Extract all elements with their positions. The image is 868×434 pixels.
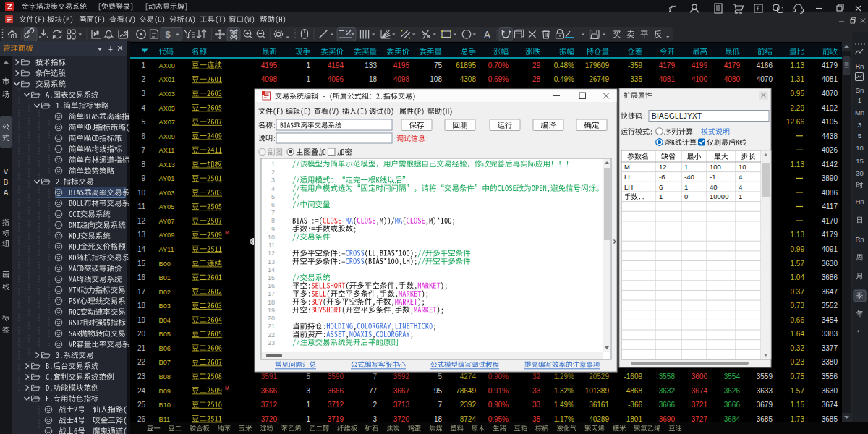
svg-text:30: 30 <box>856 169 864 177</box>
svg-text:0.90%: 0.90% <box>488 373 509 380</box>
svg-text:19: 19 <box>137 316 146 324</box>
svg-text:B09: B09 <box>159 388 171 395</box>
svg-text:Hn: Hn <box>855 197 864 205</box>
svg-text:40289: 40289 <box>589 415 609 423</box>
svg-text:29: 29 <box>532 61 541 69</box>
svg-text:18: 18 <box>137 302 146 310</box>
svg-text:B02: B02 <box>159 289 171 296</box>
svg-text:4: 4 <box>141 104 145 112</box>
svg-text:33: 33 <box>532 401 541 409</box>
svg-text:18: 18 <box>369 75 378 83</box>
svg-text:1: 1 <box>684 163 688 171</box>
svg-text:1.13: 1.13 <box>791 61 805 69</box>
svg-text:22: 22 <box>268 331 275 339</box>
svg-text:8: 8 <box>271 217 275 224</box>
svg-text:14: 14 <box>268 266 275 273</box>
svg-text:75: 75 <box>434 61 443 69</box>
svg-text:B01: B01 <box>159 274 171 281</box>
svg-text:B06: B06 <box>159 345 171 352</box>
svg-text:3: 3 <box>858 121 861 129</box>
svg-text:21: 21 <box>137 344 146 352</box>
svg-text:5: 5 <box>438 373 442 380</box>
svg-text:1.04: 1.04 <box>791 273 805 281</box>
svg-text:3552: 3552 <box>822 302 838 310</box>
svg-text:1.13: 1.13 <box>791 161 805 169</box>
svg-text:3712: 3712 <box>261 401 278 409</box>
svg-text:5: 5 <box>858 132 861 140</box>
svg-text:-40: -40 <box>684 173 694 181</box>
svg-text:5: 5 <box>141 118 145 126</box>
svg-text:15: 15 <box>268 274 275 281</box>
svg-text:3666: 3666 <box>328 387 344 395</box>
svg-text:3721: 3721 <box>692 401 708 409</box>
svg-text:4091: 4091 <box>822 245 838 253</box>
svg-text:3712: 3712 <box>328 401 344 409</box>
svg-text:4081: 4081 <box>822 75 838 83</box>
svg-text:3685: 3685 <box>757 415 773 423</box>
svg-text:0.95: 0.95 <box>791 90 805 98</box>
svg-text:12: 12 <box>137 217 146 225</box>
svg-text:3630: 3630 <box>822 387 838 395</box>
svg-text:0.32: 0.32 <box>791 344 805 352</box>
svg-text:B08: B08 <box>159 373 171 380</box>
svg-text:3383: 3383 <box>822 330 838 338</box>
svg-text:B10: B10 <box>159 401 171 409</box>
svg-text:0.70%: 0.70% <box>488 61 509 69</box>
svg-text:AX05: AX05 <box>159 105 175 112</box>
svg-text:3679: 3679 <box>757 401 773 409</box>
svg-text:9: 9 <box>271 226 275 233</box>
svg-text:33: 33 <box>532 387 541 395</box>
svg-text:28: 28 <box>532 75 541 83</box>
svg-text:-6: -6 <box>659 173 665 181</box>
svg-text:12.66: 12.66 <box>786 118 804 126</box>
svg-text:13: 13 <box>268 258 275 265</box>
svg-text:1.64: 1.64 <box>791 330 805 338</box>
svg-text:3685: 3685 <box>822 415 838 423</box>
svg-text:5: 5 <box>271 193 275 200</box>
svg-text:AX13: AX13 <box>159 161 175 169</box>
svg-text:13: 13 <box>137 231 146 239</box>
svg-text:$: $ <box>165 29 171 40</box>
svg-text:100: 100 <box>710 163 721 171</box>
svg-text:M: M <box>225 230 229 235</box>
svg-text:1: 1 <box>271 161 275 168</box>
svg-text:3377: 3377 <box>822 344 838 352</box>
svg-text:3667: 3667 <box>393 387 410 395</box>
svg-text:20529: 20529 <box>589 373 609 380</box>
svg-text:LL: LL <box>624 173 632 181</box>
svg-text:1: 1 <box>306 75 310 83</box>
svg-text:4868: 4868 <box>626 387 643 395</box>
svg-text:3: 3 <box>271 176 275 184</box>
svg-text:1.73: 1.73 <box>791 415 805 423</box>
svg-text:2: 2 <box>373 401 377 409</box>
svg-text:B03: B03 <box>159 302 171 310</box>
svg-text:AY11: AY11 <box>159 246 174 253</box>
svg-text:B04: B04 <box>159 317 171 324</box>
svg-text:V: V <box>4 168 9 176</box>
svg-text:0.99: 0.99 <box>791 245 805 253</box>
svg-text:4026: 4026 <box>822 146 838 154</box>
svg-text:-359: -359 <box>628 61 642 69</box>
svg-text:3690: 3690 <box>659 415 676 423</box>
svg-text:0.91%: 0.91% <box>488 387 509 395</box>
svg-text:18: 18 <box>268 299 275 306</box>
svg-text:10: 10 <box>268 234 275 241</box>
svg-text:20: 20 <box>268 315 275 322</box>
svg-text:133: 133 <box>365 61 377 69</box>
svg-text:108: 108 <box>430 75 442 83</box>
svg-text:B07: B07 <box>159 359 171 366</box>
svg-text:2: 2 <box>141 75 145 83</box>
svg-text:1: 1 <box>858 96 861 104</box>
svg-text:M: M <box>624 163 630 171</box>
svg-text:6: 6 <box>141 132 145 140</box>
svg-text:10: 10 <box>739 163 746 171</box>
svg-text:3666: 3666 <box>724 401 741 409</box>
svg-text:B05: B05 <box>159 331 171 338</box>
svg-text:AX01: AX01 <box>159 76 175 83</box>
svg-text:0: 0 <box>684 192 688 200</box>
svg-text:4102: 4102 <box>822 104 838 112</box>
svg-text:4070: 4070 <box>757 75 773 83</box>
svg-text:LH: LH <box>624 183 633 191</box>
svg-text:3632: 3632 <box>659 387 676 395</box>
svg-text:4105: 4105 <box>822 118 838 126</box>
